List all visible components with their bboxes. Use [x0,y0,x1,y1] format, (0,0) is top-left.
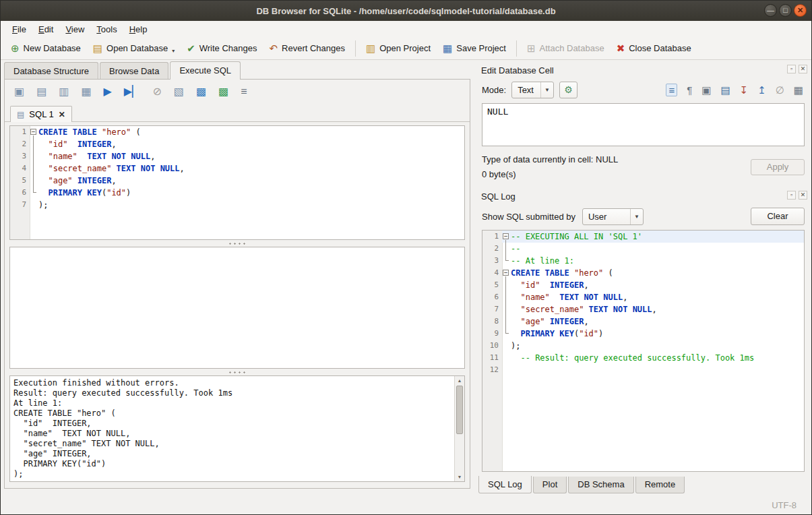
code-line: 2-- [482,243,804,255]
code-text: PRIMARY KEY("id") [38,187,464,199]
sql-log-filter-select[interactable]: User ▼ [582,208,644,225]
new-database-button[interactable]: ⊕New Database [5,40,87,56]
code-line: 12 [482,364,804,376]
line-number: 9 [482,328,502,340]
open-sql-tab-icon[interactable]: ▣ [14,86,24,97]
open-database-button-label: Open Database [106,43,168,53]
save-project-button[interactable]: ▦Save Project [437,40,512,56]
menu-item-help[interactable]: Help [123,22,154,36]
fold-minus-icon[interactable]: − [502,267,511,279]
fold-pipe-icon [30,162,38,175]
fold-collapse-box[interactable]: − [503,270,509,276]
close-button[interactable]: ✕ [794,4,807,17]
save-results-icon[interactable]: ▩ [196,86,206,97]
fold-end-icon [502,255,511,267]
scrollbar-thumb[interactable] [456,386,463,434]
apply-button[interactable]: Apply [751,159,805,175]
export-file-icon[interactable]: ↥ [757,85,766,95]
tab-execute-sql[interactable]: Execute SQL [170,61,241,80]
open-project-button[interactable]: ▥Open Project [360,40,437,56]
dropdown-arrow-icon[interactable]: ▾ [172,48,175,54]
bottom-tab-sql-log[interactable]: SQL Log [478,476,532,493]
scroll-down-icon[interactable]: ▼ [455,475,464,479]
text-view-icon[interactable]: ≡ [666,84,677,96]
bottom-tab-plot[interactable]: Plot [533,477,567,493]
paste-icon[interactable]: ▤ [720,85,730,95]
copy-icon[interactable]: ▣ [701,85,711,95]
float-dock-icon[interactable]: ▫ [787,65,796,73]
line-number: 4 [482,267,502,279]
titlebar[interactable]: DB Browser for SQLite - /home/user/code/… [1,1,811,21]
cell-value-editor[interactable]: NULL [482,103,805,146]
import-file-icon[interactable]: ↧ [740,85,749,95]
line-number: 6 [10,187,30,199]
sql-editor[interactable]: 1−CREATE TABLE "hero" (2 "id" INTEGER,3 … [9,125,465,240]
fold-collapse-box[interactable]: − [30,129,36,135]
splitter-handle[interactable] [5,369,470,375]
code-line: 6 PRIMARY KEY("id") [10,187,464,199]
export-results-icon[interactable]: ▧ [174,86,184,97]
write-changes-icon: ✔ [187,43,195,53]
print-cell-icon[interactable]: ▦ [794,85,803,95]
minimize-button[interactable]: — [764,4,777,17]
close-tab-icon[interactable]: ✕ [59,110,65,119]
code-line: 9 PRIMARY KEY("id") [482,328,804,340]
code-line: 3 "name" TEXT NOT NULL, [10,150,464,162]
stop-icon[interactable]: ⊘ [152,86,161,97]
menu-item-file[interactable]: File [6,22,32,36]
sql-editor-tab[interactable]: ▤ SQL 1 ✕ [10,106,72,122]
code-line: 6 "name" TEXT NOT NULL, [482,291,804,303]
code-line: 7); [10,199,464,211]
open-results-db-icon[interactable]: ▩ [218,86,228,97]
fold-minus-icon[interactable]: − [502,231,511,243]
code-line: 8 "age" INTEGER, [482,315,804,328]
write-changes-button[interactable]: ✔Write Changes [181,40,263,56]
save-sql-file-icon[interactable]: ▥ [59,86,69,97]
left-panel: Database StructureBrowse DataExecute SQL… [1,60,475,495]
clear-log-button[interactable]: Clear [751,208,805,225]
bottom-tab-remote[interactable]: Remote [635,477,685,493]
menu-item-edit[interactable]: Edit [32,22,59,36]
code-line: 4−CREATE TABLE "hero" ( [482,267,804,279]
tab-browse-data[interactable]: Browse Data [100,62,168,79]
log-line: CREATE TABLE "hero" ( [13,408,452,419]
float-dock-icon[interactable]: ▫ [787,191,796,200]
new-database-icon: ⊕ [11,43,20,53]
fold-collapse-box[interactable]: − [503,233,509,239]
close-dock-icon[interactable]: ✕ [799,65,807,73]
log-line: At line 1: [13,398,452,408]
splitter-handle[interactable] [5,240,470,247]
menu-item-tools[interactable]: Tools [90,22,123,36]
scroll-up-icon[interactable]: ▲ [455,378,464,383]
code-text: -- EXECUTING ALL IN 'SQL 1' [511,231,804,243]
revert-changes-button[interactable]: ↶Revert Changes [263,40,351,56]
print-icon[interactable]: ▦ [81,86,91,97]
fold-minus-icon[interactable]: − [30,126,38,138]
open-sql-file-icon[interactable]: ▤ [36,86,46,97]
format-sql-icon[interactable]: ≡ [241,86,247,97]
maximize-button[interactable]: □ [779,4,792,17]
import-data-button[interactable]: ⚙ [559,82,577,98]
chevron-down-icon: ▼ [540,82,553,98]
open-database-button[interactable]: ▤Open Database▾ [87,40,181,57]
execution-log[interactable]: Execution finished without errors.Result… [9,375,465,482]
bottom-tab-db-schema[interactable]: DB Schema [568,477,633,493]
vertical-scrollbar[interactable]: ▲ ▼ [454,376,464,481]
sql-log-filter-value: User [588,212,630,222]
execute-current-line-icon[interactable]: ▶▏ [124,86,141,97]
fold-pipe-icon [502,291,511,303]
attach-database-button[interactable]: ⊞Attach Database [521,40,611,56]
main-content: Database StructureBrowse DataExecute SQL… [1,60,811,495]
sql-log-view[interactable]: 1−-- EXECUTING ALL IN 'SQL 1'2--3-- At l… [482,230,805,472]
fold-space [502,340,511,352]
close-dock-icon[interactable]: ✕ [799,191,807,200]
set-null-icon[interactable]: ∅ [776,85,784,95]
tab-database-structure[interactable]: Database Structure [4,62,98,79]
log-line: "age" INTEGER, [13,449,452,459]
line-number: 2 [482,243,502,255]
close-database-button[interactable]: ✖Close Database [611,40,697,56]
mode-select[interactable]: Text ▼ [511,82,554,98]
execute-all-icon[interactable]: ▶ [104,86,112,97]
menu-item-view[interactable]: View [59,22,90,36]
word-wrap-icon[interactable]: ¶ [687,85,692,95]
